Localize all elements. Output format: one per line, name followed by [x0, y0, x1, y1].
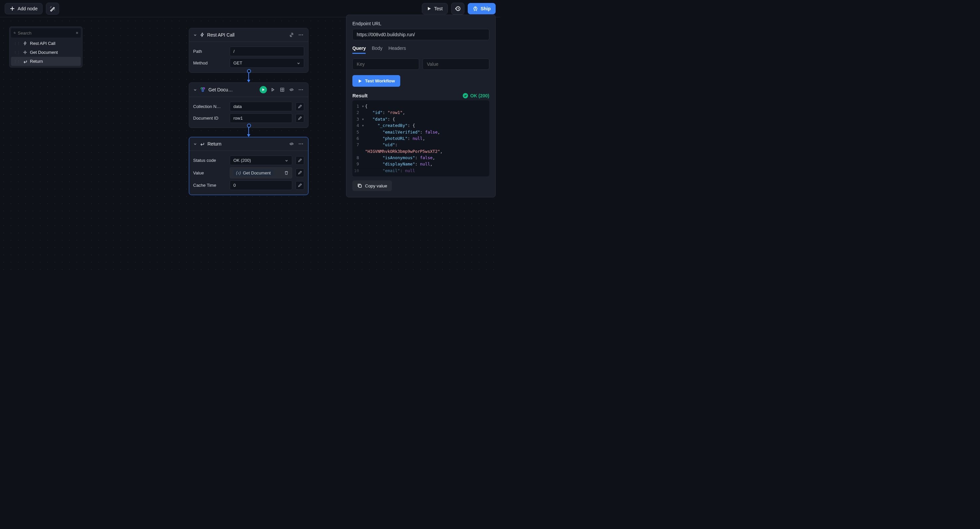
- svg-point-9: [202, 90, 204, 92]
- field-label-cache: Cache Time: [193, 183, 226, 188]
- node-icon: [23, 50, 27, 54]
- magic-wand-icon: [49, 6, 56, 12]
- variable-icon: (𝑥): [236, 170, 241, 175]
- method-select[interactable]: GET: [230, 58, 304, 68]
- copy-icon: [357, 183, 362, 188]
- more-icon[interactable]: [298, 141, 304, 147]
- pencil-icon: [298, 116, 302, 120]
- edit-button[interactable]: [296, 102, 304, 111]
- tabs: Query Body Headers: [352, 46, 489, 54]
- play-icon: [262, 88, 265, 91]
- search-row: [11, 28, 81, 38]
- svg-point-1: [475, 7, 476, 8]
- table-icon[interactable]: [279, 86, 286, 93]
- node-title: Get Docu…: [208, 87, 257, 92]
- svg-point-7: [201, 88, 203, 89]
- test-label: Test: [434, 6, 443, 11]
- ship-button[interactable]: Ship: [468, 3, 496, 14]
- copy-value-button[interactable]: Copy value: [352, 180, 392, 191]
- check-icon: [463, 93, 468, 98]
- svg-point-6: [302, 35, 303, 35]
- node-return[interactable]: Return Status code OK (200) Value (𝑥) Ge…: [189, 137, 309, 195]
- history-icon: [455, 6, 461, 12]
- svg-point-8: [203, 88, 205, 89]
- return-icon: [200, 141, 205, 146]
- chevron-down-icon[interactable]: [193, 142, 197, 146]
- pencil-icon: [298, 105, 302, 109]
- node-header: Return: [189, 137, 308, 151]
- code-icon[interactable]: [288, 86, 295, 93]
- trash-icon[interactable]: [284, 171, 288, 175]
- value-input[interactable]: [423, 59, 489, 70]
- node-getdoc[interactable]: Get Docu… Collection N… data Document ID…: [189, 83, 309, 128]
- status-select[interactable]: OK (200): [230, 156, 292, 165]
- tree-item-return[interactable]: ⋮⋮ Return: [11, 57, 81, 66]
- tree-item-getdoc[interactable]: ⋮⋮ Get Document: [11, 48, 81, 57]
- step-icon[interactable]: [270, 86, 276, 93]
- field-label-value: Value: [193, 170, 226, 175]
- test-button[interactable]: Test: [422, 3, 448, 14]
- ship-label: Ship: [481, 6, 491, 11]
- magic-wand-button[interactable]: [46, 3, 59, 14]
- tree-item-label: Get Document: [30, 50, 58, 55]
- edit-button[interactable]: [296, 168, 304, 177]
- svg-point-2: [14, 32, 15, 33]
- search-input[interactable]: [18, 30, 74, 35]
- chevron-down-icon[interactable]: [193, 33, 197, 37]
- edit-button[interactable]: [296, 156, 304, 165]
- test-workflow-button[interactable]: Test Workflow: [352, 75, 400, 87]
- field-label-method: Method: [193, 60, 226, 65]
- link-icon[interactable]: [288, 32, 295, 38]
- edit-button[interactable]: [296, 181, 304, 190]
- ok-status: OK (200): [463, 93, 489, 98]
- bolt-icon: [23, 41, 27, 46]
- value-chip[interactable]: (𝑥) Get Document: [230, 167, 292, 178]
- field-label-path: Path: [193, 49, 226, 54]
- collection-input[interactable]: data: [230, 102, 292, 111]
- cache-input[interactable]: 0: [230, 180, 292, 190]
- play-icon: [427, 6, 431, 11]
- query-param-row: [352, 59, 489, 70]
- docid-input[interactable]: row1: [230, 113, 292, 123]
- return-icon: [23, 59, 27, 64]
- tree-item-restapi[interactable]: ⋮⋮ Rest API Call: [11, 39, 81, 48]
- svg-point-11: [299, 89, 300, 91]
- node-restapi[interactable]: Rest API Call Path / Method GET: [189, 28, 309, 73]
- field-label-status: Status code: [193, 158, 226, 163]
- tab-body[interactable]: Body: [372, 46, 382, 54]
- edit-button[interactable]: [296, 114, 304, 122]
- plus-icon: [10, 6, 15, 11]
- endpoint-input[interactable]: [352, 29, 489, 40]
- node-header: Get Docu…: [189, 83, 308, 97]
- tab-headers[interactable]: Headers: [388, 46, 406, 54]
- pencil-icon: [298, 171, 302, 175]
- result-json[interactable]: 1▾{ 2 "id": "row1", 3▾ "data": { 4▾ "_cr…: [352, 100, 489, 176]
- code-icon[interactable]: [288, 141, 295, 147]
- pencil-icon: [298, 159, 302, 162]
- add-node-button[interactable]: Add node: [5, 3, 43, 14]
- chevron-down-icon[interactable]: [193, 88, 197, 92]
- connector: [248, 71, 249, 82]
- tree-item-label: Rest API Call: [30, 41, 56, 46]
- pencil-icon: [298, 183, 302, 187]
- svg-rect-17: [359, 185, 361, 187]
- svg-point-16: [302, 143, 303, 145]
- path-input[interactable]: /: [230, 46, 304, 56]
- drag-handle-icon: ⋮⋮: [14, 41, 20, 45]
- svg-point-5: [301, 35, 302, 35]
- collapse-tree-icon[interactable]: [76, 30, 78, 35]
- tab-query[interactable]: Query: [352, 46, 366, 54]
- connector: [248, 125, 249, 136]
- history-button[interactable]: [451, 3, 465, 14]
- more-icon[interactable]: [298, 32, 304, 38]
- svg-point-13: [302, 89, 303, 91]
- getdoc-icon: [200, 87, 206, 93]
- more-icon[interactable]: [298, 86, 304, 93]
- key-input[interactable]: [352, 59, 419, 70]
- run-node-button[interactable]: [259, 86, 267, 94]
- field-label-collection: Collection N…: [193, 104, 226, 109]
- play-icon: [358, 79, 362, 83]
- endpoint-label: Endpoint URL: [352, 21, 489, 26]
- result-title: Result: [352, 93, 368, 98]
- side-panel: Endpoint URL Query Body Headers Test Wor…: [346, 14, 496, 197]
